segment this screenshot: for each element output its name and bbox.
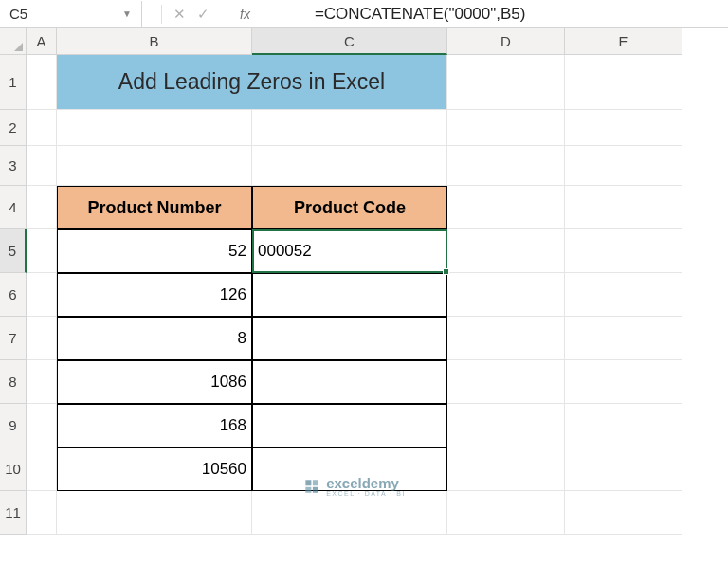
cell-b5[interactable]: 52 bbox=[57, 229, 252, 273]
row-4: Product Number Product Code bbox=[27, 186, 682, 229]
formula-bar: C5 ▼ ✕ ✓ fx =CONCATENATE("0000",B5) bbox=[0, 0, 728, 28]
cell-e1[interactable] bbox=[565, 55, 682, 110]
cell-e3[interactable] bbox=[565, 146, 682, 186]
cell-a3[interactable] bbox=[27, 146, 57, 186]
cell-a5[interactable] bbox=[27, 229, 57, 273]
svg-rect-0 bbox=[305, 480, 311, 485]
cancel-icon[interactable]: ✕ bbox=[173, 6, 186, 23]
cell-c8[interactable] bbox=[252, 360, 447, 404]
row-headers: 1 2 3 4 5 6 7 8 9 10 11 bbox=[0, 55, 27, 535]
row-9: 168 bbox=[27, 404, 682, 447]
watermark-sub: EXCEL · DATA · BI bbox=[326, 490, 406, 497]
dropdown-icon[interactable]: ▼ bbox=[122, 9, 132, 19]
cell-e7[interactable] bbox=[565, 317, 682, 360]
cell-e8[interactable] bbox=[565, 360, 682, 404]
col-header-b[interactable]: B bbox=[57, 28, 252, 55]
cell-c11[interactable] bbox=[252, 491, 447, 535]
watermark-icon bbox=[303, 478, 320, 495]
cell-a11[interactable] bbox=[27, 491, 57, 535]
cell-b3[interactable] bbox=[57, 146, 252, 186]
cell-c5[interactable]: 000052 bbox=[252, 229, 447, 273]
cell-e6[interactable] bbox=[565, 273, 682, 317]
cell-e5[interactable] bbox=[565, 229, 682, 273]
grid-main: A B C D E Add Leading Zeros in Excel bbox=[27, 28, 682, 584]
watermark-main: exceldemy bbox=[326, 476, 406, 490]
cell-c4-header[interactable]: Product Code bbox=[252, 186, 447, 229]
cell-b1-title[interactable]: Add Leading Zeros in Excel bbox=[57, 55, 447, 110]
cells-area: Add Leading Zeros in Excel bbox=[27, 55, 682, 535]
enter-icon[interactable]: ✓ bbox=[197, 6, 209, 23]
cell-d4[interactable] bbox=[447, 186, 565, 229]
cell-d3[interactable] bbox=[447, 146, 565, 186]
col-header-d[interactable]: D bbox=[447, 28, 565, 55]
col-header-c[interactable]: C bbox=[252, 28, 447, 55]
row-header-5[interactable]: 5 bbox=[0, 229, 27, 273]
cell-a4[interactable] bbox=[27, 186, 57, 229]
row-header-1[interactable]: 1 bbox=[0, 55, 27, 110]
cell-a7[interactable] bbox=[27, 317, 57, 360]
formula-bar-buttons: ✕ ✓ bbox=[142, 5, 221, 24]
cell-e11[interactable] bbox=[565, 491, 682, 535]
spreadsheet-grid: 1 2 3 4 5 6 7 8 9 10 11 A B C D E Add Le… bbox=[0, 28, 728, 584]
cell-a8[interactable] bbox=[27, 360, 57, 404]
cell-b7[interactable]: 8 bbox=[57, 317, 252, 360]
cell-b2[interactable] bbox=[57, 110, 252, 146]
cell-b11[interactable] bbox=[57, 491, 252, 535]
cell-d5[interactable] bbox=[447, 229, 565, 273]
select-all-corner[interactable] bbox=[0, 28, 27, 55]
row-header-2[interactable]: 2 bbox=[0, 110, 27, 146]
row-header-4[interactable]: 4 bbox=[0, 186, 27, 229]
cell-b10[interactable]: 10560 bbox=[57, 447, 252, 491]
cell-d9[interactable] bbox=[447, 404, 565, 447]
cell-e4[interactable] bbox=[565, 186, 682, 229]
cell-b6[interactable]: 126 bbox=[57, 273, 252, 317]
svg-rect-1 bbox=[313, 480, 318, 485]
cell-a9[interactable] bbox=[27, 404, 57, 447]
cell-a10[interactable] bbox=[27, 447, 57, 491]
row-3 bbox=[27, 146, 682, 186]
fx-label[interactable]: fx bbox=[221, 7, 258, 22]
row-7: 8 bbox=[27, 317, 682, 360]
row-header-3[interactable]: 3 bbox=[0, 146, 27, 186]
cell-c6[interactable] bbox=[252, 273, 447, 317]
cell-b8[interactable]: 1086 bbox=[57, 360, 252, 404]
cell-d10[interactable] bbox=[447, 447, 565, 491]
cell-d2[interactable] bbox=[447, 110, 565, 146]
cell-a2[interactable] bbox=[27, 110, 57, 146]
row-2 bbox=[27, 110, 682, 146]
formula-input[interactable]: =CONCATENATE("0000",B5) bbox=[258, 5, 728, 24]
row-header-11[interactable]: 11 bbox=[0, 491, 27, 535]
cell-d11[interactable] bbox=[447, 491, 565, 535]
cell-e9[interactable] bbox=[565, 404, 682, 447]
separator bbox=[161, 5, 162, 24]
col-header-e[interactable]: E bbox=[565, 28, 682, 55]
cell-c2[interactable] bbox=[252, 110, 447, 146]
cell-d7[interactable] bbox=[447, 317, 565, 360]
name-box-value: C5 bbox=[9, 6, 27, 22]
row-5: 52 000052 bbox=[27, 229, 682, 273]
cell-a1[interactable] bbox=[27, 55, 57, 110]
row-header-10[interactable]: 10 bbox=[0, 447, 27, 491]
name-box[interactable]: C5 ▼ bbox=[0, 1, 142, 27]
cell-c3[interactable] bbox=[252, 146, 447, 186]
cell-c9[interactable] bbox=[252, 404, 447, 447]
row-header-7[interactable]: 7 bbox=[0, 317, 27, 360]
cell-b4-header[interactable]: Product Number bbox=[57, 186, 252, 229]
cell-b9[interactable]: 168 bbox=[57, 404, 252, 447]
col-header-a[interactable]: A bbox=[27, 28, 57, 55]
cell-d8[interactable] bbox=[447, 360, 565, 404]
row-header-8[interactable]: 8 bbox=[0, 360, 27, 404]
cell-a6[interactable] bbox=[27, 273, 57, 317]
cell-c7[interactable] bbox=[252, 317, 447, 360]
row-1: Add Leading Zeros in Excel bbox=[27, 55, 682, 110]
cell-e2[interactable] bbox=[565, 110, 682, 146]
left-gutter: 1 2 3 4 5 6 7 8 9 10 11 bbox=[0, 28, 27, 584]
column-headers: A B C D E bbox=[27, 28, 682, 55]
cell-e10[interactable] bbox=[565, 447, 682, 491]
watermark-text: exceldemy EXCEL · DATA · BI bbox=[326, 476, 406, 497]
cell-d1[interactable] bbox=[447, 55, 565, 110]
row-header-6[interactable]: 6 bbox=[0, 273, 27, 317]
row-header-9[interactable]: 9 bbox=[0, 404, 27, 447]
watermark: exceldemy EXCEL · DATA · BI bbox=[303, 476, 406, 497]
cell-d6[interactable] bbox=[447, 273, 565, 317]
